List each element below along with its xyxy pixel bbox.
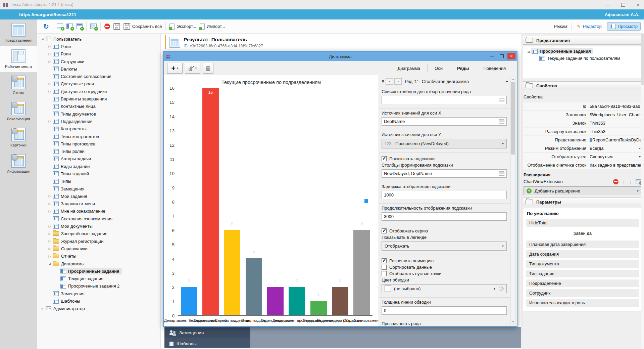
dialog-tab[interactable]: Оси <box>427 64 450 72</box>
column-picker-icon[interactable] <box>499 98 504 102</box>
column-picker-icon[interactable] <box>499 119 504 124</box>
parameter-item[interactable]: Сотрудник <box>526 289 639 297</box>
section-views-header[interactable]: Представления <box>523 36 642 45</box>
chart-bar[interactable] <box>332 287 348 315</box>
nav-item[interactable]: Карточки <box>0 124 37 150</box>
tree-expander-icon[interactable]: ▷ <box>47 194 52 198</box>
sort-data-checkbox[interactable]: Сортировать данные <box>382 265 507 270</box>
tree-expander-icon[interactable]: ▷ <box>47 52 52 56</box>
nav-item[interactable]: Рабочие места <box>0 46 37 72</box>
mode-editor-button[interactable]: ✎ Редактор <box>574 23 604 31</box>
tree-row[interactable]: Замещения <box>37 185 160 192</box>
tree-expander-icon[interactable]: ▷ <box>47 60 52 63</box>
scroll-down-icon[interactable]: ▼ <box>511 320 515 323</box>
section-parameters-header[interactable]: Параметры <box>523 198 642 206</box>
property-value[interactable]: Как задано в представлении ▾ <box>590 163 642 168</box>
outline-color-select[interactable]: (не выбрано) ▾ <box>382 284 507 293</box>
scrollbar-thumb[interactable] <box>641 34 644 85</box>
tree-row[interactable]: Типы заданий <box>37 170 160 177</box>
dialog-tab[interactable]: Поведения <box>476 64 513 72</box>
chart-bar[interactable] <box>310 301 327 315</box>
nav-item[interactable]: Локализация <box>0 98 37 124</box>
chart-type-button[interactable]: ▾ <box>185 63 200 74</box>
move-series-down-button[interactable]: ▾ <box>394 78 402 85</box>
chart-bar[interactable] <box>289 287 305 315</box>
tree-row[interactable]: ▷ Подразделения <box>37 118 160 125</box>
dialog-titlebar[interactable]: Диаграмма — × <box>164 52 517 61</box>
tree-expander-icon[interactable]: ▷ <box>40 307 45 310</box>
tree-expander-icon[interactable]: ▷ <box>47 225 52 228</box>
tree-expander-icon[interactable]: ▷ <box>47 82 52 86</box>
chart-bar[interactable] <box>224 230 240 315</box>
tree-expander-icon[interactable]: ▷ <box>47 239 52 243</box>
tree-row[interactable]: Текущие задания <box>37 275 160 282</box>
delete-button[interactable] <box>104 24 110 29</box>
mode-view-button[interactable]: Просмотр <box>607 22 641 31</box>
tree-expander-icon[interactable]: ▷ <box>47 90 52 93</box>
property-value[interactable]: 58a7a5d4-8a1b-4d83-aab7-f6d4 ▾ <box>590 104 642 109</box>
dialog-tab[interactable]: Ряды <box>450 64 476 72</box>
views-tree-row[interactable]: Текущие задания по пользователям <box>523 55 642 62</box>
tree-row[interactable]: Типы контрагентов <box>37 133 160 140</box>
collapse-series-icon[interactable]: − <box>505 79 508 84</box>
tree-row[interactable]: Типы документов <box>37 110 160 118</box>
parameter-item[interactable]: Дата создания <box>526 250 639 258</box>
tree-row[interactable]: ▷ Доступные роли <box>37 80 160 88</box>
add-folder-button[interactable] <box>66 24 73 29</box>
outline-width-input[interactable]: 0 <box>382 306 507 315</box>
tooltip-delay-input[interactable]: 1000 <box>382 191 507 199</box>
show-tooltips-checkbox[interactable]: Показывать подсказки <box>382 156 507 161</box>
tree-row[interactable]: ▷ Завершённые задания <box>37 230 160 237</box>
tree-row[interactable]: Авторы задачи <box>37 155 160 163</box>
import-button[interactable]: Импорт... <box>200 24 225 30</box>
tree-row[interactable]: Варианты завершения <box>37 95 160 102</box>
tooltip-duration-input[interactable]: 3000 <box>382 212 507 221</box>
tree-expander-icon[interactable]: ▷ <box>47 232 52 235</box>
tree-row[interactable]: ▷ Справочники <box>37 245 160 252</box>
show-empty-points-checkbox[interactable]: Отображать пустые точки <box>382 271 507 276</box>
parameter-item[interactable]: Подразделение <box>526 279 639 287</box>
nav-item[interactable]: Схема <box>0 72 37 98</box>
dialog-maximize-icon[interactable] <box>498 53 506 59</box>
remove-extension-icon[interactable] <box>613 179 618 184</box>
tree-row[interactable]: ▷ Мои документы <box>37 222 160 230</box>
tree-expander-icon[interactable]: ◢ <box>47 262 52 265</box>
parameter-item[interactable]: Исполнитель входит в роль <box>526 299 639 307</box>
legend-select[interactable]: Отображать ▾ <box>382 242 507 251</box>
tree-expander-icon[interactable]: ▷ <box>47 210 52 213</box>
property-value[interactable]: Thin353 ▾ <box>590 129 642 134</box>
property-value[interactable]: Всегда ▾ <box>590 146 642 151</box>
palette-icon[interactable] <box>499 287 504 291</box>
parameter-item[interactable]: HideTotal <box>526 219 639 227</box>
tree-row[interactable]: Типы <box>37 178 160 185</box>
tree-row[interactable]: Виды заданий <box>37 163 160 170</box>
tree-expander-icon[interactable]: ▷ <box>47 45 52 48</box>
chart-bar[interactable] <box>353 230 370 315</box>
tree-row[interactable]: Контактные лица <box>37 103 160 110</box>
server-url[interactable]: https://margaret/tessa1211 <box>19 12 76 17</box>
chart-bar[interactable] <box>267 287 284 315</box>
tree-row[interactable]: ▷ Сотрудники <box>37 58 160 65</box>
y-source-select[interactable]: 123 Просрочено (NewDelayed) ▾ <box>382 139 507 148</box>
dialog-minimize-icon[interactable]: — <box>488 53 496 59</box>
save-button[interactable] <box>113 23 120 30</box>
add-series-button[interactable]: + ▾ <box>167 63 183 74</box>
tree-row[interactable]: Контрагенты <box>37 125 160 133</box>
close-icon[interactable]: × <box>637 2 639 7</box>
settings-scrollbar[interactable]: ▲ ▼ <box>510 77 516 324</box>
views-tree-row[interactable]: ◢ Просроченные задания <box>523 48 642 55</box>
nav-item[interactable]: Информация <box>0 150 37 177</box>
parameter-item[interactable]: Плановая дата завершения <box>526 241 639 248</box>
tree-row[interactable]: ▷ Роли <box>37 43 160 50</box>
tree-expander-icon[interactable]: ◢ <box>40 37 45 41</box>
tooltip-columns-input[interactable]: NewDelayed, DeptName <box>382 169 507 178</box>
tree-row[interactable]: ▷ Отчёты <box>37 253 160 260</box>
tree-expander-icon[interactable]: ◢ <box>526 50 531 53</box>
move-series-up-button[interactable]: ▴ <box>386 78 393 85</box>
tree-expander-icon[interactable]: ▷ <box>47 202 52 206</box>
tree-row[interactable]: ▷ Задания от меня <box>37 200 160 208</box>
parameter-item[interactable]: Тип документа <box>526 260 639 268</box>
tree-row[interactable]: ◢ Пользователь <box>37 35 160 43</box>
tree-row[interactable]: Замещения <box>37 290 160 297</box>
chart-bar[interactable] <box>246 258 262 315</box>
